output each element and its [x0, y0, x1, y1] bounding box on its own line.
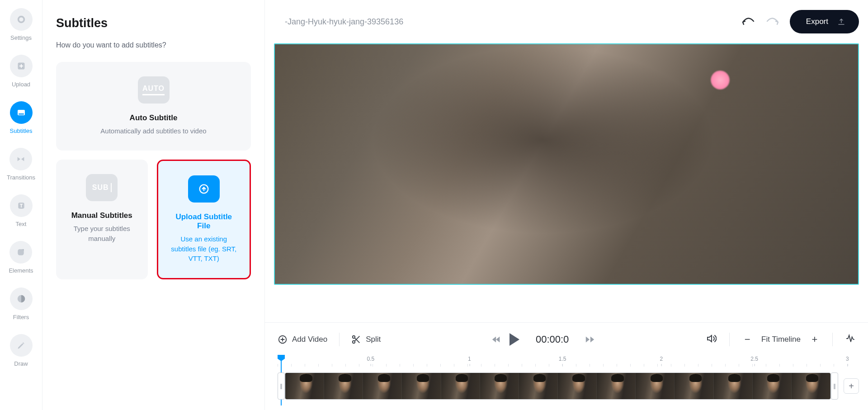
clip-thumbnail: [753, 373, 792, 399]
pencil-icon: [10, 334, 33, 357]
card-title: Auto Subtitle: [130, 113, 178, 123]
main-area: -Jang-Hyuk-hyuk-jang-39356136 Export A: [265, 0, 868, 410]
rail-label: Draw: [14, 360, 28, 367]
rail-label: Upload: [12, 81, 30, 88]
timeline-controls: Add Video Split 00:00:0 −: [265, 322, 868, 356]
manual-subtitles-card[interactable]: SUB Manual Subtitles Type your subtitles…: [56, 160, 148, 279]
zoom-in-button[interactable]: +: [810, 334, 820, 345]
clip-thumbnail: [558, 373, 597, 399]
card-desc: Type your subtitles manually: [67, 224, 137, 244]
gear-icon: [10, 8, 33, 31]
auto-subtitle-card[interactable]: AUTO Auto Subtitle Automatically add sub…: [56, 62, 251, 151]
preview-area: [265, 43, 868, 322]
clip-thumbnail: [402, 373, 441, 399]
clip-thumbnail: [519, 373, 558, 399]
svg-point-11: [353, 340, 355, 343]
split-button[interactable]: Split: [351, 335, 381, 344]
rail-label: Elements: [9, 267, 33, 274]
clip-thumbnail: [324, 373, 363, 399]
rail-label: Text: [16, 221, 27, 227]
elements-icon: [9, 241, 32, 264]
video-track[interactable]: ‖ ‖ +: [278, 370, 859, 402]
ruler-tick: 1.5: [559, 356, 566, 362]
ruler-tick: 2.5: [750, 356, 758, 362]
add-track-button[interactable]: +: [844, 378, 859, 394]
transitions-icon: [9, 148, 32, 170]
svg-rect-3: [19, 113, 24, 114]
ruler-tick: 0.5: [367, 356, 374, 362]
clip-thumbnail: [792, 373, 830, 399]
divider: [729, 333, 730, 346]
app-root: Settings Upload Subtitles Transitions T …: [0, 0, 868, 410]
timeline-ruler[interactable]: 0.5 1 1.5 2 2.5 3: [278, 356, 859, 368]
rail-filters[interactable]: Filters: [10, 287, 33, 320]
playhead[interactable]: [278, 355, 285, 361]
left-rail: Settings Upload Subtitles Transitions T …: [0, 0, 42, 410]
auto-icon: AUTO: [138, 76, 170, 104]
topbar: -Jang-Hyuk-hyuk-jang-39356136 Export: [265, 0, 868, 43]
fit-timeline-button[interactable]: Fit Timeline: [761, 335, 801, 344]
clip-thumbnail: [714, 373, 753, 399]
subtitles-panel: Subtitles How do you want to add subtitl…: [42, 0, 265, 410]
svg-point-10: [353, 335, 355, 338]
svg-point-0: [18, 17, 24, 23]
rail-label: Transitions: [7, 174, 35, 181]
divider: [339, 333, 340, 346]
card-title: Manual Subtitles: [71, 211, 132, 220]
card-title: Upload Subtitle File: [169, 212, 239, 231]
ruler-tick: 1: [468, 356, 471, 362]
divider: [832, 333, 833, 346]
clip-thumbnail: [675, 373, 713, 399]
panel-title: Subtitles: [56, 16, 251, 30]
card-desc: Use an existing subtitles file (eg. SRT,…: [169, 234, 239, 264]
card-desc: Automatically add subtitles to video: [100, 126, 206, 136]
text-icon: T: [10, 194, 33, 217]
panel-subtitle: How do you want to add subtitles?: [56, 41, 251, 49]
clip-thumbnail: [480, 373, 519, 399]
clip-handle-left[interactable]: ‖: [278, 372, 285, 400]
clip-thumbnail: [441, 373, 480, 399]
rail-settings[interactable]: Settings: [10, 8, 33, 41]
rail-draw[interactable]: Draw: [10, 334, 33, 367]
export-button[interactable]: Export: [790, 10, 859, 33]
skip-forward-button[interactable]: [585, 335, 595, 344]
rail-transitions[interactable]: Transitions: [7, 148, 35, 181]
rail-elements[interactable]: Elements: [9, 241, 33, 274]
volume-button[interactable]: [706, 333, 717, 346]
upload-subtitle-file-card[interactable]: Upload Subtitle File Use an existing sub…: [157, 160, 251, 279]
zoom-out-button[interactable]: −: [742, 334, 752, 345]
video-clip[interactable]: [285, 372, 831, 400]
filters-icon: [10, 287, 33, 310]
video-preview[interactable]: [274, 43, 859, 285]
timeline[interactable]: 0.5 1 1.5 2 2.5 3 ‖: [265, 356, 868, 410]
svg-rect-6: [18, 249, 24, 255]
subtitles-icon: [10, 101, 33, 124]
skip-back-button[interactable]: [491, 335, 501, 344]
rail-upload[interactable]: Upload: [10, 55, 33, 88]
undo-button[interactable]: [739, 13, 756, 30]
plus-icon: [10, 55, 33, 77]
ruler-tick: 3: [846, 356, 849, 362]
upload-file-icon: [188, 175, 220, 203]
sub-icon: SUB: [86, 174, 118, 201]
preview-content: [275, 44, 858, 284]
right-controls: − Fit Timeline +: [706, 333, 855, 346]
play-button[interactable]: [509, 333, 519, 346]
upload-icon: [837, 18, 845, 26]
waveform-button[interactable]: [845, 334, 855, 345]
timecode: 00:00:0: [536, 334, 569, 345]
ruler-tick: 2: [660, 356, 663, 362]
clip-handle-right[interactable]: ‖: [831, 372, 838, 400]
add-video-button[interactable]: Add Video: [278, 335, 327, 344]
clip-thumbnail: [285, 373, 324, 399]
rail-label: Filters: [13, 314, 29, 320]
clip-thumbnail: [597, 373, 636, 399]
clip-thumbnail: [363, 373, 402, 399]
rail-text[interactable]: T Text: [10, 194, 33, 227]
export-label: Export: [806, 17, 828, 26]
project-name[interactable]: -Jang-Hyuk-hyuk-jang-39356136: [285, 17, 403, 27]
rail-label: Settings: [10, 34, 32, 41]
svg-text:T: T: [19, 203, 23, 208]
rail-subtitles[interactable]: Subtitles: [10, 101, 33, 134]
redo-button[interactable]: [764, 13, 782, 30]
